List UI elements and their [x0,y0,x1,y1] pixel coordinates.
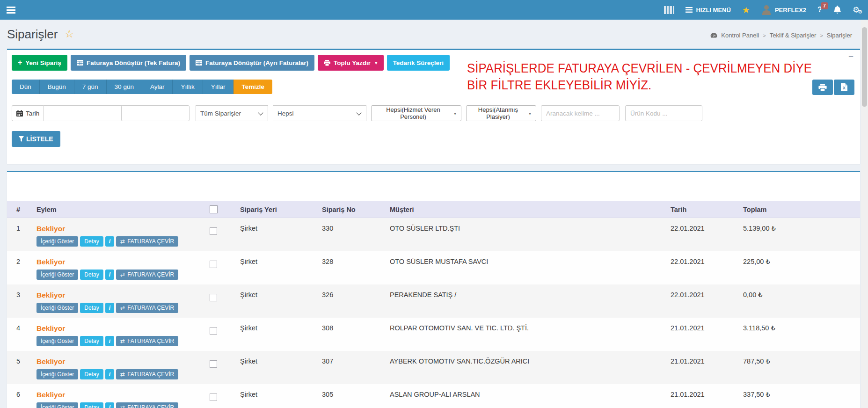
table-row: 2 Bekliyor İçeriği Göster Detay i ⇄ FATU… [7,251,860,284]
exchange-icon: ⇄ [120,371,125,378]
show-content-button[interactable]: İçeriği Göster [36,336,78,346]
info-button[interactable]: i [105,336,114,346]
date-filter-months[interactable]: Aylar [142,80,173,94]
collapse-panel-button[interactable]: − [848,52,853,61]
order-no: 307 [318,351,386,384]
keyword-search-input[interactable] [541,105,620,121]
date-filter-today[interactable]: Bugün [40,80,74,94]
show-content-button[interactable]: İçeriği Göster [36,236,78,247]
row-checkbox[interactable] [210,261,217,268]
table-row: 5 Bekliyor İçeriği Göster Detay i ⇄ FATU… [7,351,860,384]
customer-name: OTO SÜSLER LTD.ŞTI [386,218,667,252]
status-badge: Bekliyor [36,391,202,399]
breadcrumb-section[interactable]: Teklif & Siparişler [770,32,817,39]
date-filter-years[interactable]: Yıllar [203,80,234,94]
export-excel-button[interactable]: X [834,80,854,95]
date-end-input[interactable] [121,105,190,121]
date-filter-clear[interactable]: Temizle [233,80,272,94]
info-button[interactable]: i [105,402,114,408]
row-checkbox[interactable] [210,227,217,235]
order-date: 21.01.2021 [667,318,739,351]
product-code-input[interactable] [625,105,702,121]
status-badge: Bekliyor [36,357,202,366]
breadcrumb-home[interactable]: Kontrol Paneli [721,32,759,39]
show-content-button[interactable]: İçeriği Göster [36,303,78,313]
supply-processes-button[interactable]: Tedarik Süreçleri [387,55,450,71]
order-place: Şirket [236,351,318,384]
settings-button[interactable]: ⚙⚙ [853,5,861,15]
date-filter-yearly[interactable]: Yıllık [173,80,203,94]
salesman-dropdown[interactable]: Hepsi(Atanmış Plasiyer) ▾ [466,105,536,121]
detail-button[interactable]: Detay [80,369,103,379]
vertical-scrollbar[interactable] [861,20,868,408]
orders-table: # Eylem Sipariş Yeri Sipariş No Müşteri … [7,201,860,408]
scrollbar-thumb[interactable] [862,27,867,107]
row-checkbox[interactable] [210,393,217,401]
row-index: 6 [7,384,33,408]
order-date: 22.01.2021 [667,251,739,284]
order-type-select[interactable]: Tüm Siparişler [196,105,268,121]
favorite-page-star-icon[interactable]: ☆ [65,28,74,40]
convert-to-invoice-button[interactable]: ⇄ FATURAYA ÇEVİR [116,303,178,313]
detail-button[interactable]: Detay [80,270,103,280]
order-place: Şirket [236,251,318,284]
detail-button[interactable]: Detay [80,303,103,313]
info-button[interactable]: i [105,303,114,313]
notifications-button[interactable] [833,6,841,14]
row-index: 4 [7,318,33,351]
info-button[interactable]: i [105,236,114,247]
quick-menu-button[interactable]: HIZLI MENÜ [686,7,730,14]
orders-table-panel: # Eylem Sipariş Yeri Sipariş No Müşteri … [7,171,860,408]
order-date: 21.01.2021 [667,351,739,384]
convert-to-invoice-button[interactable]: ⇄ FATURAYA ÇEVİR [116,270,178,280]
row-checkbox[interactable] [210,360,217,368]
favorites-button[interactable]: ★ [742,6,750,15]
sidebar-toggle-button[interactable] [0,0,22,20]
date-filter-30days[interactable]: 30 gün [107,80,142,94]
username-label: PERFLEX2 [775,7,806,14]
convert-to-invoice-button[interactable]: ⇄ FATURAYA ÇEVİR [116,336,178,346]
show-content-button[interactable]: İçeriği Göster [36,402,78,408]
breadcrumb: Kontrol Paneli > Teklif & Siparişler > S… [710,32,852,39]
info-button[interactable]: i [105,369,114,379]
col-order-no: Sipariş No [318,201,386,218]
show-content-button[interactable]: İçeriği Göster [36,369,78,379]
user-menu-button[interactable]: PERFLEX2 [761,5,806,15]
status-select[interactable]: Hepsi [273,105,366,121]
menu-lines-icon [686,7,693,13]
row-checkbox[interactable] [210,327,217,335]
list-button[interactable]: LİSTELE [12,131,60,147]
order-no: 330 [318,218,386,252]
columns-panel-button[interactable] [664,6,674,14]
table-row: 6 Bekliyor İçeriği Göster Detay i ⇄ FATU… [7,384,860,408]
caret-down-icon: ▾ [529,111,531,116]
date-filter-7days[interactable]: 7 gün [74,80,107,94]
detail-button[interactable]: Detay [80,336,103,346]
order-place: Şirket [236,384,318,408]
detail-button[interactable]: Detay [80,402,103,408]
info-button[interactable]: i [105,270,114,280]
select-all-checkbox[interactable] [210,205,218,213]
print-list-button[interactable] [812,80,833,95]
convert-single-invoice-button[interactable]: Faturaya Dönüştür (Tek Fatura) [71,55,186,71]
convert-to-invoice-button[interactable]: ⇄ FATURAYA ÇEVİR [116,369,178,379]
content-header: Siparişler ☆ Kontrol Paneli > Teklif & S… [0,20,868,49]
col-customer: Müşteri [386,201,667,218]
date-filter-yesterday[interactable]: Dün [12,80,40,94]
order-total: 337,50 ₺ [739,384,795,408]
new-order-button[interactable]: + Yeni Sipariş [12,55,67,71]
table-icon [77,60,83,66]
detail-button[interactable]: Detay [80,236,103,247]
row-checkbox[interactable] [210,294,217,301]
convert-separate-invoices-button[interactable]: Faturaya Dönüştür (Ayrı Faturalar) [190,55,314,71]
order-date: 21.01.2021 [667,384,739,408]
help-button[interactable]: ? 7 [817,6,822,14]
show-content-button[interactable]: İçeriği Göster [36,270,78,280]
bulk-print-button[interactable]: Toplu Yazdır ▾ [318,55,384,71]
col-place: Sipariş Yeri [236,201,318,218]
status-badge: Bekliyor [36,258,202,266]
personnel-dropdown[interactable]: Hepsi(Hizmet Veren Personel) ▾ [371,105,461,121]
order-no: 328 [318,251,386,284]
convert-to-invoice-button[interactable]: ⇄ FATURAYA ÇEVİR [116,402,178,408]
convert-to-invoice-button[interactable]: ⇄ FATURAYA ÇEVİR [116,236,178,247]
